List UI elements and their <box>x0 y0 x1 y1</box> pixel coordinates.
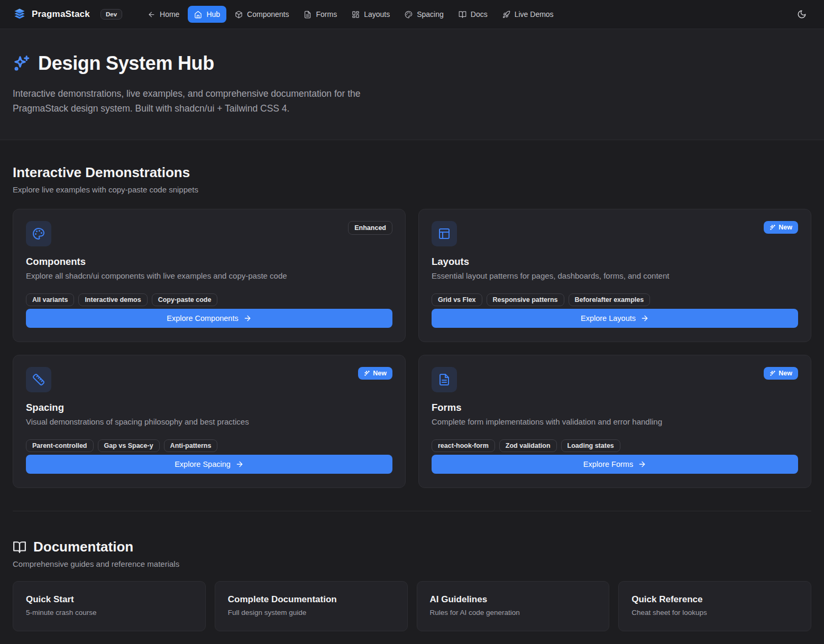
book-open-icon <box>459 11 466 19</box>
doc-card-title: Quick Reference <box>631 594 798 605</box>
nav-item-docs[interactable]: Docs <box>452 6 494 23</box>
tag-row: Parent-controlledGap vs Space-yAnti-patt… <box>26 439 392 452</box>
nav-item-live-demos[interactable]: Live Demos <box>496 6 560 23</box>
panels-top-left-icon <box>432 221 457 246</box>
doc-card-subtitle: Full design system guide <box>228 609 395 617</box>
doc-card-grid: Quick Start 5-minute crash courseComplet… <box>13 581 811 631</box>
feature-tag: Parent-controlled <box>26 439 94 452</box>
package-icon <box>235 11 243 19</box>
doc-card-complete-documentation[interactable]: Complete Documentation Full design syste… <box>215 581 408 631</box>
nav-item-label: Live Demos <box>515 10 554 19</box>
tag-row: All variantsInteractive demosCopy-paste … <box>26 293 392 306</box>
dev-badge: Dev <box>100 9 122 20</box>
brand-name: PragmaStack <box>32 9 90 20</box>
arrow-right-icon <box>243 314 252 323</box>
moon-icon <box>797 10 807 19</box>
demo-card-grid: Enhanced Components Explore all shadcn/u… <box>13 209 811 488</box>
nav-item-components[interactable]: Components <box>228 6 295 23</box>
feature-tag: Gap vs Space-y <box>98 439 160 452</box>
feature-tag: All variants <box>26 293 74 306</box>
home-icon <box>194 11 202 19</box>
palette-icon <box>405 11 413 19</box>
card-description: Complete form implementations with valid… <box>432 417 798 426</box>
file-text-icon <box>432 367 457 392</box>
feature-tag: Before/after examples <box>569 293 651 306</box>
sparkles-icon <box>770 224 776 231</box>
card-description: Visual demonstrations of spacing philoso… <box>26 417 392 426</box>
doc-card-title: Complete Documentation <box>228 594 395 605</box>
page-title: Design System Hub <box>38 52 214 75</box>
new-badge: New <box>358 367 392 380</box>
nav-item-label: Components <box>247 10 289 19</box>
tag-row: react-hook-formZod validationLoading sta… <box>432 439 798 452</box>
card-title: Layouts <box>432 256 798 268</box>
nav-item-label: Layouts <box>364 10 390 19</box>
demo-card-forms: New Forms Complete form implementations … <box>418 355 811 488</box>
doc-card-subtitle: Rules for AI code generation <box>430 609 597 617</box>
demo-card-components: Enhanced Components Explore all shadcn/u… <box>13 209 406 342</box>
doc-card-ai-guidelines[interactable]: AI Guidelines Rules for AI code generati… <box>417 581 610 631</box>
feature-tag: Responsive patterns <box>487 293 564 306</box>
arrow-left-icon <box>148 11 155 19</box>
feature-tag: Grid vs Flex <box>432 293 482 306</box>
doc-card-quick-reference[interactable]: Quick Reference Cheat sheet for lookups <box>618 581 811 631</box>
explore-spacing-button[interactable]: Explore Spacing <box>26 455 392 474</box>
card-description: Explore all shadcn/ui components with li… <box>26 271 392 280</box>
feature-tag: Interactive demos <box>78 293 147 306</box>
sparkles-icon <box>770 370 776 376</box>
feature-tag: Anti-patterns <box>164 439 218 452</box>
sparkles-icon <box>364 370 370 376</box>
palette-icon <box>26 221 51 246</box>
nav-item-label: Forms <box>316 10 337 19</box>
nav-item-label: Hub <box>206 10 220 19</box>
explore-layouts-button[interactable]: Explore Layouts <box>432 309 798 328</box>
nav-item-layouts[interactable]: Layouts <box>345 6 396 23</box>
nav-item-spacing[interactable]: Spacing <box>398 6 450 23</box>
main-content: Interactive Demonstrations Explore live … <box>0 164 824 640</box>
arrow-right-icon <box>638 460 646 468</box>
book-open-icon <box>13 540 26 554</box>
sparkles-icon <box>13 54 31 72</box>
new-badge: New <box>764 367 798 380</box>
card-title: Components <box>26 256 392 268</box>
doc-card-subtitle: 5-minute crash course <box>26 609 193 617</box>
doc-card-title: Quick Start <box>26 594 193 605</box>
main-nav: HomeHubComponentsFormsLayoutsSpacingDocs… <box>141 6 560 23</box>
nav-item-hub[interactable]: Hub <box>188 6 226 23</box>
arrow-right-icon <box>640 314 649 323</box>
nav-item-label: Home <box>160 10 179 19</box>
enhanced-badge: Enhanced <box>348 221 392 235</box>
docs-section-heading: Documentation <box>33 539 133 555</box>
feature-tag: Copy-paste code <box>152 293 218 306</box>
card-title: Forms <box>432 402 798 413</box>
hero-description: Interactive demonstrations, live example… <box>13 86 408 116</box>
top-navbar: PragmaStack Dev HomeHubComponentsFormsLa… <box>0 0 824 29</box>
theme-toggle-button[interactable] <box>792 5 811 24</box>
demo-card-spacing: New Spacing Visual demonstrations of spa… <box>13 355 406 488</box>
new-badge: New <box>764 221 798 234</box>
section-divider <box>13 511 811 511</box>
layout-dashboard-icon <box>352 11 360 19</box>
nav-item-label: Docs <box>471 10 488 19</box>
feature-tag: Zod validation <box>499 439 557 452</box>
doc-card-subtitle: Cheat sheet for lookups <box>631 609 798 617</box>
docs-section-subheading: Comprehensive guides and reference mater… <box>13 559 811 568</box>
nav-item-label: Spacing <box>417 10 444 19</box>
nav-item-home[interactable]: Home <box>141 6 186 23</box>
arrow-right-icon <box>235 460 244 468</box>
doc-card-quick-start[interactable]: Quick Start 5-minute crash course <box>13 581 206 631</box>
explore-forms-button[interactable]: Explore Forms <box>432 455 798 474</box>
tag-row: Grid vs FlexResponsive patternsBefore/af… <box>432 293 798 306</box>
demos-section-subheading: Explore live examples with copy-paste co… <box>13 185 811 194</box>
card-description: Essential layout patterns for pages, das… <box>432 271 798 280</box>
card-title: Spacing <box>26 402 392 413</box>
feature-tag: react-hook-form <box>432 439 495 452</box>
doc-card-title: AI Guidelines <box>430 594 597 605</box>
explore-components-button[interactable]: Explore Components <box>26 309 392 328</box>
demo-card-layouts: New Layouts Essential layout patterns fo… <box>418 209 811 342</box>
nav-item-forms[interactable]: Forms <box>297 6 343 23</box>
brand[interactable]: PragmaStack Dev <box>13 7 122 21</box>
feature-tag: Loading states <box>561 439 620 452</box>
hero-section: Design System Hub Interactive demonstrat… <box>0 29 824 140</box>
ruler-icon <box>26 367 51 392</box>
